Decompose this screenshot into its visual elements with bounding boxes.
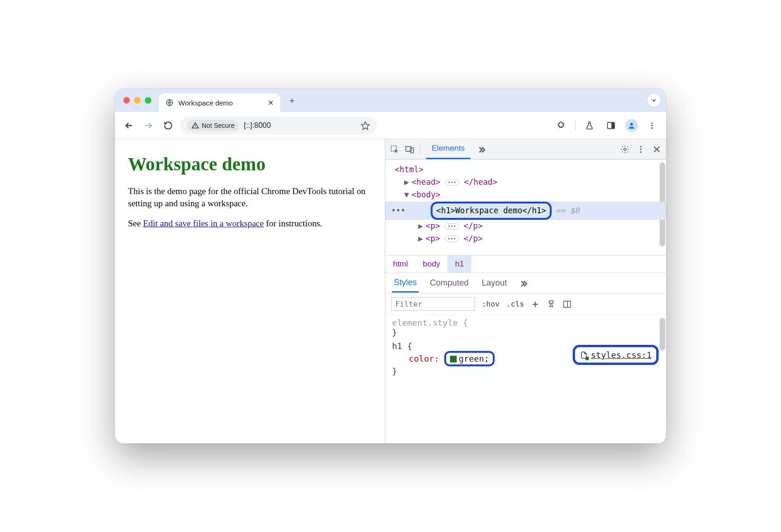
browser-window: Workspace demo ✕ ＋ Not Secure [::]:8000 xyxy=(115,89,666,443)
para2-post: for instructions. xyxy=(264,218,322,228)
back-button[interactable] xyxy=(121,118,136,133)
svg-point-6 xyxy=(652,127,653,128)
new-tab-button[interactable]: ＋ xyxy=(284,91,300,110)
devtools-tabbar: Elements xyxy=(385,139,666,160)
tab-search-button[interactable] xyxy=(647,94,660,107)
node-head-close: </head> xyxy=(464,177,497,187)
svg-point-13 xyxy=(640,151,641,153)
minimize-window-button[interactable] xyxy=(134,97,141,104)
more-styles-tabs-icon[interactable] xyxy=(518,279,527,288)
cls-toggle[interactable]: .cls xyxy=(506,300,525,308)
reload-button[interactable] xyxy=(161,118,176,133)
row-actions-icon[interactable]: ••• xyxy=(387,204,409,217)
tab-layout[interactable]: Layout xyxy=(480,274,509,292)
styles-filter-row: :hov .cls xyxy=(385,294,666,315)
svg-point-5 xyxy=(652,125,653,126)
para2-pre: See xyxy=(128,218,143,228)
browser-toolbar: Not Secure [::]:8000 xyxy=(115,112,666,139)
divider xyxy=(575,120,575,131)
maximize-window-button[interactable] xyxy=(145,97,151,104)
highlighted-h1-node: <h1>Workspace demo</h1> xyxy=(431,202,552,220)
crumb-body[interactable]: body xyxy=(415,256,447,273)
close-window-button[interactable] xyxy=(123,97,130,104)
device-toggle-icon[interactable] xyxy=(405,145,414,154)
selected-node-row[interactable]: ••• <h1>Workspace demo</h1> == $0 xyxy=(385,202,666,220)
warning-icon xyxy=(192,122,199,129)
tab-elements[interactable]: Elements xyxy=(426,139,470,159)
page-paragraph-2: See Edit and save files in a workspace f… xyxy=(128,217,372,230)
file-icon xyxy=(580,351,588,359)
node-head-open[interactable]: <head> xyxy=(412,177,440,187)
address-bar[interactable]: Not Secure [::]:8000 xyxy=(180,117,376,134)
highlighted-color-value: green; xyxy=(444,351,495,366)
selection-marker: == $0 xyxy=(552,204,579,217)
color-swatch-icon[interactable] xyxy=(450,356,457,363)
page-paragraph-1: This is the demo page for the official C… xyxy=(128,185,372,209)
node-html[interactable]: <html> xyxy=(395,165,423,174)
paint-brush-icon[interactable] xyxy=(547,300,556,309)
tab-strip: Workspace demo ✕ ＋ xyxy=(115,89,666,112)
styles-tabbar: Styles Computed Layout xyxy=(385,273,666,294)
computed-toggle-icon[interactable] xyxy=(562,300,572,309)
ellipsis-icon[interactable]: ••• xyxy=(445,236,459,242)
security-chip[interactable]: Not Secure xyxy=(187,120,239,131)
more-tabs-icon[interactable] xyxy=(476,145,486,154)
security-label: Not Secure xyxy=(202,122,234,129)
svg-rect-2 xyxy=(611,122,615,128)
kebab-menu-icon[interactable] xyxy=(636,145,646,154)
crumb-h1[interactable]: h1 xyxy=(447,256,471,273)
devtools-panel: Elements xyxy=(385,139,666,443)
bookmark-star-icon[interactable] xyxy=(361,121,370,130)
page-heading: Workspace demo xyxy=(128,153,372,175)
tab-title: Workspace demo xyxy=(178,99,233,107)
node-p2-close: </p> xyxy=(463,234,483,243)
tab-styles[interactable]: Styles xyxy=(392,274,419,293)
svg-point-3 xyxy=(630,123,633,126)
source-link[interactable]: styles.css:1 xyxy=(573,345,659,365)
ellipsis-icon[interactable]: ••• xyxy=(445,179,459,186)
css-prop-color[interactable]: color xyxy=(409,354,434,364)
toolbar-actions xyxy=(554,118,660,133)
node-body[interactable]: <body> xyxy=(412,190,440,199)
svg-point-10 xyxy=(624,148,626,150)
inspect-icon[interactable] xyxy=(390,145,399,154)
menu-icon[interactable] xyxy=(645,118,660,133)
close-devtools-icon[interactable] xyxy=(652,145,661,154)
close-tab-icon[interactable]: ✕ xyxy=(268,98,274,107)
profile-avatar[interactable] xyxy=(625,119,638,132)
node-p1-close: </p> xyxy=(463,221,483,231)
settings-gear-icon[interactable] xyxy=(620,145,630,154)
browser-tab[interactable]: Workspace demo ✕ xyxy=(159,93,280,112)
hov-toggle[interactable]: :hov xyxy=(482,300,500,308)
close-brace: } xyxy=(392,328,397,337)
crumb-html[interactable]: html xyxy=(385,256,415,273)
css-val-green[interactable]: green; xyxy=(459,354,489,364)
close-brace: } xyxy=(392,366,397,376)
scrollbar[interactable] xyxy=(660,318,665,350)
highlighted-source-link: styles.css:1 xyxy=(573,345,659,365)
labs-icon[interactable] xyxy=(582,118,597,133)
svg-point-11 xyxy=(640,146,641,147)
node-p1-open[interactable]: <p> xyxy=(426,221,440,231)
h1-selector: h1 { xyxy=(392,341,412,351)
rendered-page: Workspace demo This is the demo page for… xyxy=(115,139,385,443)
css-rules-pane[interactable]: element.style { } h1 { color: green; } xyxy=(385,315,666,443)
svg-point-4 xyxy=(652,122,653,124)
svg-point-12 xyxy=(640,148,641,150)
node-p2-open[interactable]: <p> xyxy=(426,234,440,243)
styles-filter-input[interactable] xyxy=(391,297,475,311)
workspace-link[interactable]: Edit and save files in a workspace xyxy=(143,218,264,228)
element-style-rule[interactable]: element.style { } xyxy=(392,318,660,337)
ellipsis-icon[interactable]: ••• xyxy=(445,223,459,230)
content-area: Workspace demo This is the demo page for… xyxy=(115,139,666,443)
svg-rect-14 xyxy=(549,301,553,303)
dom-tree[interactable]: <html> ▶<head> ••• </head> ▼<body> ••• <… xyxy=(385,160,666,255)
extensions-icon[interactable] xyxy=(554,118,568,133)
window-controls xyxy=(121,97,155,104)
dom-breadcrumb: html body h1 xyxy=(385,255,666,273)
side-panel-icon[interactable] xyxy=(604,118,618,133)
new-style-rule-icon[interactable] xyxy=(531,300,540,309)
forward-button[interactable] xyxy=(141,118,156,133)
tab-computed[interactable]: Computed xyxy=(428,274,470,292)
element-style-selector: element.style { xyxy=(392,318,468,328)
